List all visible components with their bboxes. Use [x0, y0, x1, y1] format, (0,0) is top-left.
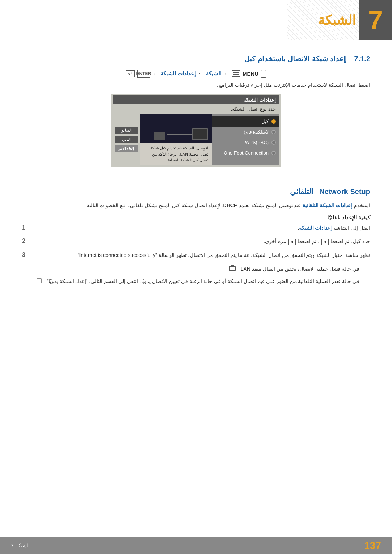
arrow2: ← [198, 70, 204, 77]
enter-icon: ENTER [137, 70, 150, 78]
option-wireless-label: لاسلكية(عام) [244, 129, 269, 135]
radio-cable [271, 119, 276, 124]
router-illustration [154, 132, 165, 140]
step-2-text: حدد كبل، ثم اضغط ◄ ، ثم اضغط ◄ مرة أخرى. [37, 237, 370, 246]
radio-wps [271, 140, 276, 145]
cancel-button[interactable]: إلغاء الأمر [115, 145, 138, 152]
step-3-number: 3 [22, 251, 32, 259]
page-header: الشبكة 7 [0, 0, 392, 44]
prev-button[interactable]: السابق [115, 127, 138, 134]
arrow3: ← [152, 70, 158, 77]
network-dialog: إعدادات الشبكة حدد نوع اتصال الشبكة. كبل… [111, 94, 281, 167]
page-footer: 137 الشبكة 7 [0, 537, 392, 554]
radio-wireless [271, 130, 276, 134]
section-title: 7.1.2 إعداد شبكة الاتصال باستخدام كبل [22, 54, 370, 63]
dialog-right: للتوصيل بالشبكة باستخدام كبل شبكة اتصال … [140, 114, 212, 165]
dialog-menu-options: كبل لاسلكية(عام) WPS(PBC) One Foot Conne… [212, 114, 279, 165]
option-cable[interactable]: كبل [212, 116, 279, 127]
dialog-title: إعدادات الشبكة [113, 95, 279, 104]
page-number: 137 [364, 540, 381, 551]
bullet-1: في حالة فشل عملية الاتصال، تحقق من اتصال… [22, 265, 370, 274]
dialog-description: للتوصيل بالشبكة باستخدام كبل شبكة اتصال … [140, 143, 212, 165]
highlight-auto-settings: إعدادات الشبكة التلقائية [302, 202, 352, 208]
main-content: 7.1.2 إعداد شبكة الاتصال باستخدام كبل ME… [0, 44, 392, 551]
option-wps[interactable]: WPS(PBC) [212, 137, 279, 148]
section-heading: 7.1.2 إعداد شبكة الاتصال باستخدام كبل [22, 54, 370, 63]
bullet-2: في حالة تعذر العملية التلقائية من العثور… [22, 277, 370, 286]
network-setup-title: Network Setup التلقائي [22, 187, 370, 196]
network-setup-link: إعدادات الشبكة [160, 70, 196, 77]
next-button[interactable]: التالي [115, 136, 138, 143]
chapter-tab: 7 [359, 0, 392, 40]
footer-chapter-text: الشبكة 7 [11, 543, 30, 549]
chapter-number: 7 [368, 7, 383, 33]
option-cable-label: كبل [261, 119, 269, 124]
step-2-btn2: ◄ [288, 239, 296, 245]
step-3-text: تظهر شاشة اختبار الشبكة ويتم التحقق من ا… [37, 251, 370, 260]
auto-setup-heading: كيفية الإعداد تلقائيًا [22, 214, 370, 221]
tv-illustration [192, 128, 208, 140]
section-separator [22, 178, 370, 178]
step-2-number: 2 [22, 237, 32, 245]
enter-arrow-icon: ↵ [126, 70, 135, 77]
dialog-body: كبل لاسلكية(عام) WPS(PBC) One Foot Conne… [113, 114, 279, 165]
option-wireless[interactable]: لاسلكية(عام) [212, 127, 279, 137]
network-link: الشبكة [206, 70, 221, 77]
bullet-2-icon [37, 278, 42, 283]
chapter-title: الشبكة [318, 13, 356, 28]
menu-icon [232, 70, 240, 77]
option-onefoot[interactable]: One Foot Connection [212, 148, 279, 158]
dialog-subtitle: حدد نوع اتصال الشبكة. [113, 106, 279, 114]
menu-label: MENU [242, 71, 258, 77]
camera-icon [229, 266, 236, 271]
option-wps-label: WPS(PBC) [245, 140, 269, 145]
cable-illustration [167, 134, 192, 135]
step-1-link: إعدادات الشبكة [299, 225, 332, 231]
step-1-number: 1 [22, 224, 32, 231]
step-2: حدد كبل، ثم اضغط ◄ ، ثم اضغط ◄ مرة أخرى.… [22, 237, 370, 246]
option-onefoot-label: One Foot Connection [224, 150, 269, 156]
steps-list: انتقل إلى الشاشة إعدادات الشبكة. 1 حدد ك… [22, 224, 370, 260]
dialog-action-buttons: السابق التالي إلغاء الأمر [113, 114, 140, 165]
radio-onefoot [271, 151, 276, 155]
bullet-list: في حالة فشل عملية الاتصال، تحقق من اتصال… [22, 265, 370, 286]
network-setup-en: Network Setup [319, 188, 370, 196]
step-3: تظهر شاشة اختبار الشبكة ويتم التحقق من ا… [22, 251, 370, 260]
arrow1: ← [224, 70, 229, 77]
network-setup-ar: التلقائي [290, 188, 313, 196]
bullet-2-text: في حالة تعذر العملية التلقائية من العثور… [45, 277, 359, 286]
step-1: انتقل إلى الشاشة إعدادات الشبكة. 1 [22, 224, 370, 233]
dialog-preview [140, 114, 212, 143]
bullet-1-text: في حالة فشل عملية الاتصال، تحقق من اتصال… [239, 265, 359, 274]
remote-icon [261, 70, 266, 78]
step-1-text: انتقل إلى الشاشة إعدادات الشبكة. [37, 224, 370, 233]
menu-path: MENU ← الشبكة ← إعدادات الشبكة ← ENTER ↵ [22, 70, 370, 78]
network-setup-intro: استخدم إعدادات الشبكة التلقائية عند توصي… [22, 201, 370, 210]
step-2-btn1: ◄ [321, 239, 329, 245]
section-description: اضبط اتصال الشبكة لاستخدام خدمات الإنترن… [22, 82, 370, 88]
